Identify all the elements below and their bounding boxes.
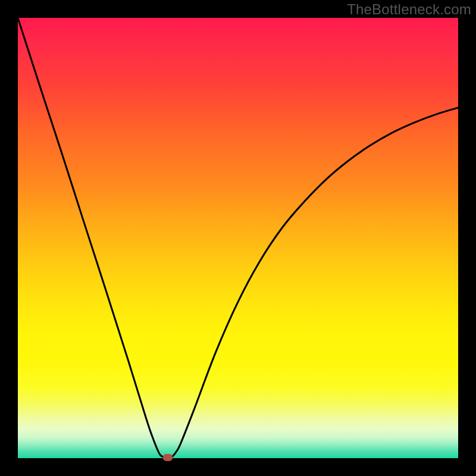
chart-frame: TheBottleneck.com — [0, 0, 476, 476]
plot-area — [18, 18, 458, 458]
watermark-label: TheBottleneck.com — [347, 1, 471, 18]
bottleneck-curve — [18, 18, 458, 458]
curve-layer — [18, 18, 458, 458]
optimal-marker — [163, 454, 173, 461]
